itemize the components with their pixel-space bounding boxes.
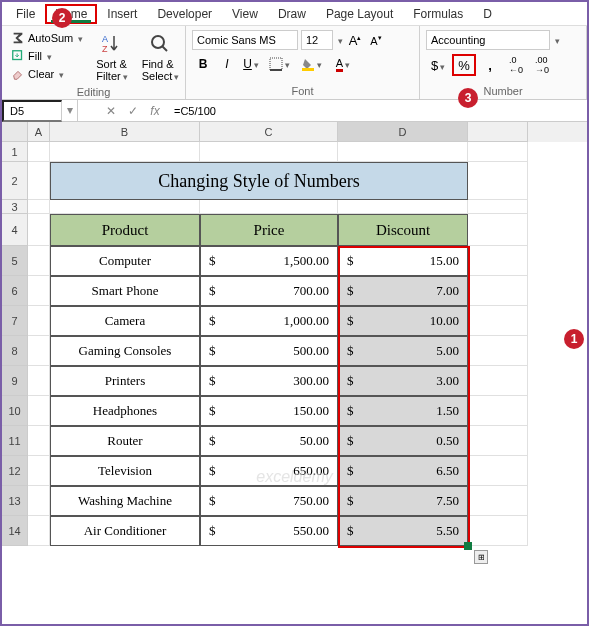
svg-text:Z: Z (102, 44, 108, 54)
cell-price[interactable]: $650.00 (200, 456, 338, 486)
number-format-select[interactable] (426, 30, 550, 50)
border-button[interactable] (264, 54, 294, 74)
increase-font-button[interactable]: A▴ (346, 30, 364, 50)
row-header[interactable]: 12 (2, 456, 28, 486)
increase-decimal-button[interactable]: .0←0 (504, 54, 528, 76)
col-header-c[interactable]: C (200, 122, 338, 142)
fill-button[interactable]: Fill (8, 48, 86, 64)
autosum-button[interactable]: AutoSum (8, 30, 86, 46)
callout-2: 2 (52, 8, 72, 28)
cell-price[interactable]: $50.00 (200, 426, 338, 456)
fill-color-button[interactable] (296, 54, 326, 74)
ribbon: AutoSum Fill Clear AZ Sort & Filter Find… (2, 26, 587, 100)
cell-product[interactable]: Television (50, 456, 200, 486)
bold-button[interactable]: B (192, 54, 214, 74)
cell-product[interactable]: Printers (50, 366, 200, 396)
col-header-a[interactable]: A (28, 122, 50, 142)
cell-discount[interactable]: $10.00 (338, 306, 468, 336)
title-cell[interactable]: Changing Style of Numbers (50, 162, 468, 200)
fx-icon: fx (150, 104, 159, 118)
formula-input[interactable] (168, 103, 587, 119)
font-size-input[interactable] (301, 30, 333, 50)
cell-discount[interactable]: $7.50 (338, 486, 468, 516)
row-header[interactable]: 7 (2, 306, 28, 336)
cell-price[interactable]: $500.00 (200, 336, 338, 366)
tab-data-cut[interactable]: D (473, 4, 502, 24)
header-product[interactable]: Product (50, 214, 200, 246)
cell-discount[interactable]: $6.50 (338, 456, 468, 486)
col-header-e[interactable] (468, 122, 528, 142)
group-label-font: Font (192, 83, 413, 99)
row-header[interactable]: 9 (2, 366, 28, 396)
row-header[interactable]: 6 (2, 276, 28, 306)
currency-button[interactable]: $ (426, 54, 450, 76)
tab-draw[interactable]: Draw (268, 4, 316, 24)
font-size-dropdown[interactable] (336, 33, 343, 47)
tab-page-layout[interactable]: Page Layout (316, 4, 403, 24)
cell-discount[interactable]: $1.50 (338, 396, 468, 426)
cell-discount[interactable]: $5.50 (338, 516, 468, 546)
tab-formulas[interactable]: Formulas (403, 4, 473, 24)
row-header[interactable]: 2 (2, 162, 28, 200)
row-header[interactable]: 3 (2, 200, 28, 214)
spreadsheet-grid[interactable]: A B C D 12Changing Style of Numbers34Pro… (2, 122, 587, 546)
row-header[interactable]: 13 (2, 486, 28, 516)
cell-product[interactable]: Air Conditioner (50, 516, 200, 546)
row-header[interactable]: 1 (2, 142, 28, 162)
row-header[interactable]: 5 (2, 246, 28, 276)
find-select-button[interactable]: Find & Select (138, 30, 184, 84)
cell-price[interactable]: $300.00 (200, 366, 338, 396)
cell-product[interactable]: Washing Machine (50, 486, 200, 516)
cell-price[interactable]: $1,500.00 (200, 246, 338, 276)
confirm-formula-button[interactable]: ✓ (122, 100, 144, 122)
cell-price[interactable]: $1,000.00 (200, 306, 338, 336)
cell-product[interactable]: Camera (50, 306, 200, 336)
cell-product[interactable]: Headphones (50, 396, 200, 426)
row-header[interactable]: 4 (2, 214, 28, 246)
row-header[interactable]: 14 (2, 516, 28, 546)
name-box-dropdown[interactable]: ▾ (62, 100, 78, 122)
row-header[interactable]: 11 (2, 426, 28, 456)
row-header[interactable]: 8 (2, 336, 28, 366)
tab-file[interactable]: File (6, 4, 45, 24)
decrease-font-button[interactable]: A▾ (367, 30, 385, 50)
cell-product[interactable]: Smart Phone (50, 276, 200, 306)
header-discount[interactable]: Discount (338, 214, 468, 246)
cell-price[interactable]: $700.00 (200, 276, 338, 306)
decrease-decimal-button[interactable]: .00→0 (530, 54, 554, 76)
cell-discount[interactable]: $15.00 (338, 246, 468, 276)
fx-button[interactable]: fx (144, 100, 166, 122)
sort-filter-button[interactable]: AZ Sort & Filter (92, 30, 131, 84)
italic-button[interactable]: I (216, 54, 238, 74)
cell-product[interactable]: Gaming Consoles (50, 336, 200, 366)
cell-price[interactable]: $750.00 (200, 486, 338, 516)
tab-developer[interactable]: Developer (147, 4, 222, 24)
underline-button[interactable]: U (240, 54, 262, 74)
cell-price[interactable]: $150.00 (200, 396, 338, 426)
cell-product[interactable]: Computer (50, 246, 200, 276)
comma-button[interactable]: , (478, 54, 502, 76)
percent-button[interactable]: % (452, 54, 476, 76)
col-header-b[interactable]: B (50, 122, 200, 142)
autofill-options-icon[interactable]: ⊞ (474, 550, 488, 564)
tab-view[interactable]: View (222, 4, 268, 24)
search-icon (148, 32, 172, 56)
cell-discount[interactable]: $3.00 (338, 366, 468, 396)
cell-price[interactable]: $550.00 (200, 516, 338, 546)
cell-product[interactable]: Router (50, 426, 200, 456)
cell-discount[interactable]: $5.00 (338, 336, 468, 366)
number-format-dropdown[interactable] (553, 33, 560, 47)
col-header-d[interactable]: D (338, 122, 468, 142)
select-all-corner[interactable] (2, 122, 28, 142)
cancel-formula-button[interactable]: ✕ (100, 100, 122, 122)
cell-discount[interactable]: $7.00 (338, 276, 468, 306)
font-color-button[interactable]: A (328, 54, 358, 74)
row-header[interactable]: 10 (2, 396, 28, 426)
font-name-input[interactable] (192, 30, 298, 50)
clear-button[interactable]: Clear (8, 66, 86, 82)
name-box[interactable] (2, 100, 62, 122)
tab-insert[interactable]: Insert (97, 4, 147, 24)
cell-discount[interactable]: $0.50 (338, 426, 468, 456)
increase-font-icon: A▴ (349, 33, 362, 48)
header-price[interactable]: Price (200, 214, 338, 246)
